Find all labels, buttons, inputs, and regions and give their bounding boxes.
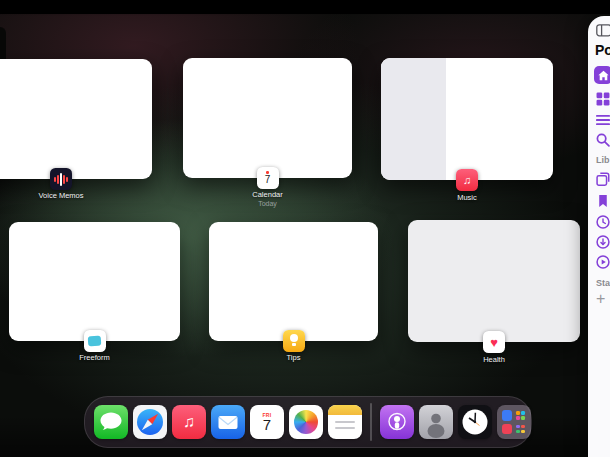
calendar-day: 7 <box>263 418 271 432</box>
freeform-icon <box>84 330 106 352</box>
sidebar-item-home[interactable] <box>594 66 610 84</box>
tips-thumbnail <box>209 222 378 341</box>
app-expose-background[interactable]: Voice Memos 7 Calendar Today ♫ Music Fre… <box>0 0 610 457</box>
calendar-icon: 7 <box>257 167 279 189</box>
music-note-glyph: ♫ <box>456 169 478 191</box>
freeform-shape <box>88 336 102 347</box>
sidebar-item-browse[interactable] <box>596 92 610 106</box>
dock-divider <box>370 403 372 441</box>
safari-app-icon[interactable] <box>133 405 167 439</box>
tips-icon <box>283 330 305 352</box>
clock-face-icon <box>458 405 492 439</box>
sidebar-item-latest-episodes[interactable] <box>596 255 610 269</box>
window-music[interactable]: ♫ Music <box>381 58 553 208</box>
voice-memos-icon <box>50 168 72 190</box>
podcasts-glyph-icon <box>380 405 414 439</box>
app-library-grid <box>502 410 526 434</box>
health-icon: ♥ <box>483 331 505 353</box>
window-calendar[interactable]: 7 Calendar Today <box>183 58 352 208</box>
sidebar-item-shows[interactable] <box>596 172 610 186</box>
home-icon <box>598 70 609 81</box>
mail-app-icon[interactable] <box>211 405 245 439</box>
health-thumbnail <box>408 220 580 342</box>
calendar-app-icon[interactable]: FRI 7 <box>250 405 284 439</box>
freeform-thumbnail <box>9 222 180 341</box>
music-app-icon[interactable]: ♫ <box>172 405 206 439</box>
sidebar-item-top-charts[interactable] <box>596 113 610 127</box>
app-library-icon[interactable] <box>497 405 531 439</box>
person-icon <box>419 405 453 439</box>
window-tips[interactable]: Tips <box>209 222 378 372</box>
calendar-icon-day: 7 <box>265 175 271 185</box>
status-bar <box>0 0 610 14</box>
window-voice-memos[interactable]: Voice Memos <box>0 59 152 204</box>
music-icon: ♫ <box>456 169 478 191</box>
sidebar-item-search[interactable] <box>596 133 610 147</box>
music-thumbnail <box>381 58 553 180</box>
music-thumbnail-sidebar <box>381 58 446 180</box>
photos-flower-icon <box>294 410 318 434</box>
sidebar-item-recently-played[interactable] <box>596 215 610 229</box>
podcasts-sidebar: Po Lib <box>588 16 610 457</box>
notes-app-icon[interactable] <box>328 405 362 439</box>
photos-app-icon[interactable] <box>289 405 323 439</box>
compass-icon <box>133 405 167 439</box>
lightbulb-icon <box>290 334 298 342</box>
sidebar-item-saved[interactable] <box>596 194 610 208</box>
window-health[interactable]: ♥ Health <box>408 220 580 370</box>
chat-bubble-icon <box>94 405 128 439</box>
podcasts-app-icon[interactable] <box>380 405 414 439</box>
clock-app-icon[interactable] <box>458 405 492 439</box>
window-freeform[interactable]: Freeform <box>9 222 180 372</box>
notes-header-strip <box>328 405 362 415</box>
sidebar-item-downloaded[interactable] <box>596 235 610 249</box>
heart-icon: ♥ <box>483 331 505 353</box>
sidebar-toggle-icon[interactable] <box>596 24 610 37</box>
window-label: Music <box>336 193 598 202</box>
envelope-icon <box>211 405 245 439</box>
window-label: Health <box>363 355 610 364</box>
voice-memos-thumbnail <box>0 59 152 179</box>
calendar-thumbnail <box>183 58 352 178</box>
sidebar-section-library: Lib <box>596 155 610 165</box>
sidebar-section-stations: Sta <box>596 278 610 288</box>
sidebar-add-station-button[interactable]: + <box>596 292 605 306</box>
music-note-glyph: ♫ <box>172 405 206 439</box>
contacts-app-icon[interactable] <box>419 405 453 439</box>
messages-app-icon[interactable] <box>94 405 128 439</box>
dock: ♫ FRI 7 <box>84 396 532 448</box>
sidebar-app-title: Po <box>595 42 610 58</box>
